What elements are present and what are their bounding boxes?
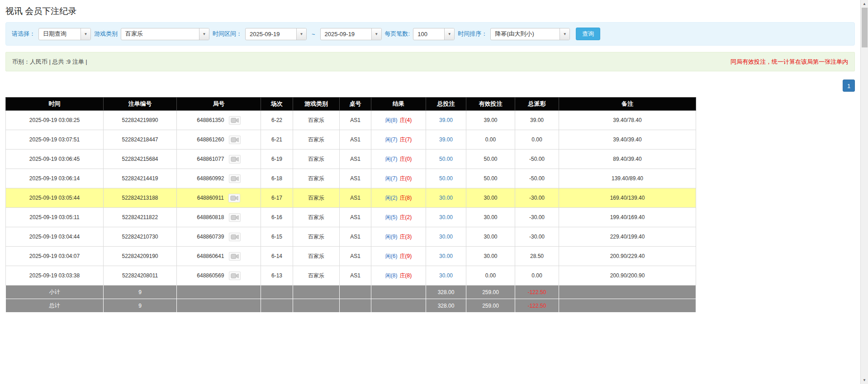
cell-round-id: 648860569 — [177, 266, 261, 286]
table-body: 2025-09-19 03:08:25 522824219890 6488613… — [6, 111, 696, 286]
result-player: 闲(9) — [385, 234, 398, 240]
total-bet-link[interactable]: 30.00 — [439, 253, 453, 259]
result-player: 闲(6) — [385, 253, 398, 259]
table-row: 2025-09-19 03:04:44 522824210730 6488607… — [6, 227, 696, 247]
total-row: 总计 9 328.00 259.00 -122.50 — [6, 299, 696, 313]
cell-table-no: AS1 — [340, 247, 371, 266]
subtotal-valid-bet: 259.00 — [466, 286, 515, 299]
cell-total-bet: 30.00 — [426, 188, 466, 208]
cell-total-bet: 30.00 — [426, 266, 466, 286]
cell-game-type: 百家乐 — [293, 266, 340, 286]
game-type-dropdown-button[interactable]: ▼ — [199, 28, 209, 40]
header-payout: 总派彩 — [515, 98, 559, 111]
sort-input[interactable] — [491, 28, 560, 40]
video-replay-icon[interactable] — [229, 174, 241, 183]
header-result: 结果 — [371, 98, 426, 111]
query-type-combobox: ▼ — [38, 28, 91, 40]
total-bet-link[interactable]: 50.00 — [439, 156, 453, 162]
cell-game-type: 百家乐 — [293, 130, 340, 150]
video-replay-icon[interactable] — [229, 213, 241, 222]
game-type-combobox: ▼ — [121, 28, 209, 40]
date-from-dropdown-button[interactable]: ▼ — [296, 28, 306, 40]
cell-session: 6-13 — [261, 266, 293, 286]
date-to-input[interactable] — [321, 28, 371, 40]
cell-note: 229.40/199.40 — [559, 227, 696, 247]
total-bet-link[interactable]: 30.00 — [439, 195, 453, 201]
summary-bar: 币别：人民币 | 总共 :9 注单 | 同局有效投注，统一计算在该局第一张注单内 — [5, 52, 855, 71]
video-replay-icon[interactable] — [229, 136, 241, 144]
total-bet-link[interactable]: 39.00 — [439, 136, 453, 143]
total-bet-link[interactable]: 30.00 — [439, 272, 453, 279]
cell-total-bet: 50.00 — [426, 150, 466, 169]
cell-result: 闲(7)庄(0) — [371, 169, 426, 188]
total-bet-link[interactable]: 30.00 — [439, 214, 453, 220]
cell-result: 闲(6)庄(9) — [371, 247, 426, 266]
header-total-bet: 总投注 — [426, 98, 466, 111]
round-id-text: 648860739 — [197, 233, 224, 239]
scrollbar-up-arrow-icon[interactable]: ▲ — [861, 0, 868, 8]
cell-session: 6-22 — [261, 111, 293, 130]
page-button-1[interactable]: 1 — [843, 80, 855, 92]
video-replay-icon[interactable] — [229, 272, 241, 280]
chevron-down-icon: ▼ — [448, 32, 451, 36]
video-replay-icon[interactable] — [229, 252, 241, 261]
cell-table-no: AS1 — [340, 130, 371, 150]
cell-time: 2025-09-19 03:04:07 — [6, 247, 104, 266]
cell-note: 39.40/78.40 — [559, 111, 696, 130]
query-type-input[interactable] — [39, 28, 81, 40]
page-size-label: 每页笔数: — [385, 30, 410, 38]
notice-text: 同局有效投注，统一计算在该局第一张注单内 — [730, 58, 848, 66]
video-replay-icon[interactable] — [228, 194, 240, 202]
video-replay-icon[interactable] — [229, 116, 241, 125]
sort-dropdown-button[interactable]: ▼ — [560, 28, 569, 40]
cell-total-bet: 30.00 — [426, 208, 466, 227]
result-banker: 庄(9) — [400, 253, 412, 259]
cell-valid-bet: 0.00 — [466, 266, 515, 286]
date-to-dropdown-button[interactable]: ▼ — [371, 28, 381, 40]
cell-result: 闲(2)庄(8) — [371, 188, 426, 208]
cell-note: 200.90/229.40 — [559, 247, 696, 266]
cell-time: 2025-09-19 03:07:51 — [6, 130, 104, 150]
cell-game-type: 百家乐 — [293, 208, 340, 227]
cell-session: 6-21 — [261, 130, 293, 150]
cell-valid-bet: 30.00 — [466, 188, 515, 208]
game-type-label: 游戏类别 — [94, 30, 118, 38]
page-size-dropdown-button[interactable]: ▼ — [444, 28, 454, 40]
page-size-input[interactable] — [413, 28, 444, 40]
cell-note: 89.40/39.40 — [559, 150, 696, 169]
scrollbar-down-arrow-icon[interactable]: ▼ — [861, 376, 868, 384]
filter-panel: 请选择： ▼ 游戏类别 ▼ 时间区间： ▼ ~ ▼ 每页笔数: ▼ 时间排序： … — [5, 22, 855, 46]
result-banker: 庄(3) — [400, 234, 412, 240]
cell-time: 2025-09-19 03:08:25 — [6, 111, 104, 130]
video-replay-icon[interactable] — [229, 233, 241, 241]
table-row: 2025-09-19 03:08:25 522824219890 6488613… — [6, 111, 696, 130]
cell-payout: -50.00 — [515, 169, 559, 188]
table-row: 2025-09-19 03:05:11 522824211822 6488608… — [6, 208, 696, 227]
result-banker: 庄(0) — [400, 156, 412, 162]
query-type-dropdown-button[interactable]: ▼ — [81, 28, 90, 40]
cell-bet-id: 522824219890 — [104, 111, 177, 130]
cell-round-id: 648860641 — [177, 247, 261, 266]
bet-records-table: 时间 注单编号 局号 场次 游戏类别 桌号 结果 总投注 有效投注 总派彩 备注… — [5, 97, 696, 313]
scrollbar-thumb[interactable] — [862, 8, 868, 47]
video-replay-icon[interactable] — [229, 155, 241, 164]
total-bet-link[interactable]: 39.00 — [439, 117, 453, 123]
date-to-combobox: ▼ — [320, 28, 382, 40]
cell-table-no: AS1 — [340, 150, 371, 169]
search-button[interactable]: 查询 — [576, 28, 600, 40]
total-bet-link[interactable]: 30.00 — [439, 234, 453, 240]
round-id-text: 648860818 — [197, 214, 224, 220]
round-id-text: 648861350 — [197, 117, 224, 123]
scrollbar[interactable]: ▲ ▼ — [860, 0, 868, 384]
cell-payout: -50.00 — [515, 150, 559, 169]
sort-label: 时间排序： — [458, 30, 487, 38]
cell-time: 2025-09-19 03:05:44 — [6, 188, 104, 208]
cell-bet-id: 522824214419 — [104, 169, 177, 188]
date-from-input[interactable] — [246, 28, 296, 40]
cell-round-id: 648861077 — [177, 150, 261, 169]
cell-bet-id: 522824208011 — [104, 266, 177, 286]
table-row: 2025-09-19 03:03:38 522824208011 6488605… — [6, 266, 696, 286]
game-type-input[interactable] — [121, 28, 199, 40]
result-player: 闲(8) — [385, 272, 398, 279]
total-bet-link[interactable]: 50.00 — [439, 175, 453, 182]
